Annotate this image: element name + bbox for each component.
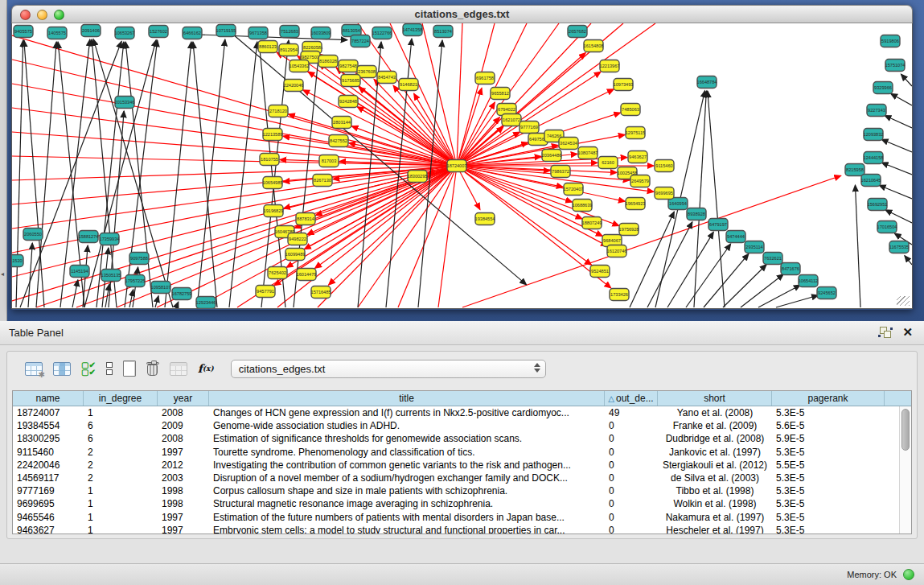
graph-node[interactable]: 9146821 [399,79,418,91]
graph-node[interactable]: 1733426 [610,289,629,301]
graph-node[interactable]: 9699695 [655,187,674,200]
graph-node[interactable]: 22420046 [284,80,304,92]
column-header-pagerank[interactable]: pagerank [772,391,885,406]
graph-node[interactable]: 10654112 [799,275,818,287]
graph-node[interactable]: 1621072 [502,114,521,126]
graph-node[interactable]: 10654985 [263,177,283,189]
graph-node[interactable]: 7986372 [551,166,570,178]
graph-node[interactable]: 2060550 [23,229,43,241]
column-header-name[interactable]: name [13,391,84,406]
graph-node[interactable]: 8267130 [313,175,332,187]
graph-node[interactable]: 19196829 [264,205,284,217]
table-row[interactable]: 2242004622012Investigating the contribut… [13,459,911,472]
graph-node[interactable]: 15720407 [564,183,584,196]
graph-node[interactable]: 15881274 [79,231,99,243]
graph-node[interactable]: 19384554 [475,213,495,225]
graph-node[interactable]: 2091406 [81,25,101,37]
graph-hub-node[interactable]: 18724007 [447,160,467,172]
delete-column-button-disabled[interactable] [170,358,187,379]
row-height-button[interactable] [106,358,113,379]
graph-node[interactable]: 11675535 [889,241,909,253]
graph-node[interactable]: 16154808 [584,40,604,52]
window-resize-grip[interactable] [897,296,910,306]
close-window-button[interactable] [20,10,31,20]
column-header-in_degree[interactable]: in_degree [84,391,158,406]
graph-node[interactable]: 17359934 [100,233,120,245]
column-header-title[interactable]: title [209,391,605,406]
graph-node[interactable]: 15751074 [885,60,906,72]
graph-node[interactable]: 9097588 [129,253,149,265]
column-header-short[interactable]: short [658,391,772,406]
graph-node[interactable]: 9524851 [590,266,610,278]
graph-node[interactable]: 7485063 [621,104,640,116]
select-columns-button[interactable]: ▢✔ ▢✔ [81,358,96,379]
graph-node[interactable]: 19756928 [619,224,639,236]
graph-node[interactable]: 9777169 [519,122,539,134]
graph-node[interactable]: 17957225 [125,275,146,287]
network-table-select[interactable]: citations_edges.txt [231,360,546,378]
graph-node[interactable]: 18807249 [582,217,602,229]
graph-node[interactable]: 3911520 [12,255,23,267]
graph-node[interactable]: 9457791 [256,286,275,298]
graph-node[interactable]: 12444158 [864,152,884,164]
function-builder-button[interactable]: f(x) [198,358,214,379]
table-row[interactable]: 969969511998Structural magnetic resonanc… [13,497,911,510]
graph-node[interactable]: 7625402 [268,267,287,279]
vertical-scrollbar[interactable] [899,406,911,534]
graph-node[interactable]: 10973493 [614,79,634,91]
graph-node[interactable]: 8878314 [296,213,315,225]
network-canvas[interactable]: 9405575140557520914061065326715276026466… [11,23,913,309]
graph-node[interactable]: 10719155 [216,25,236,37]
graph-node[interactable]: 9671358 [248,27,268,39]
graph-node[interactable]: 1405575 [47,27,67,39]
graph-node[interactable]: 15716485 [311,286,331,299]
graph-node[interactable]: 20153346 [115,97,135,109]
table-settings-button[interactable]: ✱ [25,358,43,379]
graph-node[interactable]: 2803144 [332,117,351,129]
table-row[interactable]: 946362711997Embryonic stem cells: a mode… [13,524,911,534]
table-row[interactable]: 1830029562008Estimation of significance … [13,432,911,445]
show-columns-button[interactable] [53,358,71,379]
table-row[interactable]: 1938455462009Genome-wide association stu… [13,419,911,432]
graph-node[interactable]: 2657682 [568,26,587,38]
graph-node[interactable]: 7512683 [280,26,299,38]
graph-node[interactable]: 9227343 [867,105,886,117]
table-row[interactable]: 1872400712008Changes of HCN gene express… [13,406,911,419]
table-row[interactable]: 911546021997Tourette syndrome. Phenomeno… [13,446,911,459]
graph-node[interactable]: 817003 [319,155,339,167]
float-panel-icon[interactable] [880,327,891,338]
graph-node[interactable]: 15692951 [868,199,888,211]
window-titlebar[interactable]: citations_edges.txt [11,5,913,23]
graph-node[interactable]: 8454743 [377,72,396,84]
graph-node[interactable]: 8471676 [781,263,800,275]
graph-node[interactable]: 5919806 [881,35,900,47]
delete-table-button[interactable] [146,358,159,379]
graph-node[interactable]: 16648784 [697,76,717,89]
graph-node[interactable]: 13505135 [101,270,121,282]
graph-node[interactable]: 10958107 [151,282,171,294]
graph-node[interactable]: 9245652 [817,287,836,299]
graph-node[interactable]: 8860123 [258,41,277,53]
graph-node[interactable]: 1527602 [149,26,168,38]
graph-node[interactable]: 9405575 [14,26,33,38]
graph-node[interactable]: 8186328 [318,56,338,68]
column-header-out_degree[interactable]: △out_de... [605,391,658,406]
graph-node[interactable]: 3624534 [559,138,578,150]
graph-node[interactable]: 9474444 [726,231,745,243]
graph-node[interactable]: 12975115 [626,127,645,139]
graph-node[interactable]: 6961758 [475,72,495,84]
graph-node[interactable]: 16782759 [172,288,192,300]
graph-node[interactable]: 12213589 [263,129,283,141]
graph-node[interactable]: 8427552 [329,135,348,147]
graph-node[interactable]: 10653267 [115,27,135,39]
graph-node[interactable]: 2935114 [745,241,764,253]
graph-node[interactable]: 12923446 [196,297,216,309]
memory-status-indicator[interactable] [903,569,914,580]
graph-node[interactable]: 1810755 [260,154,279,166]
graph-node[interactable]: 9463627 [628,151,647,163]
graph-node[interactable]: 16099489 [285,249,306,261]
table-row[interactable]: 946554611997Estimation of the future num… [13,511,911,524]
graph-node[interactable]: 7857224 [351,35,370,47]
graph-node[interactable]: 9655812 [491,88,510,100]
graph-node[interactable]: 9498222 [288,233,307,245]
